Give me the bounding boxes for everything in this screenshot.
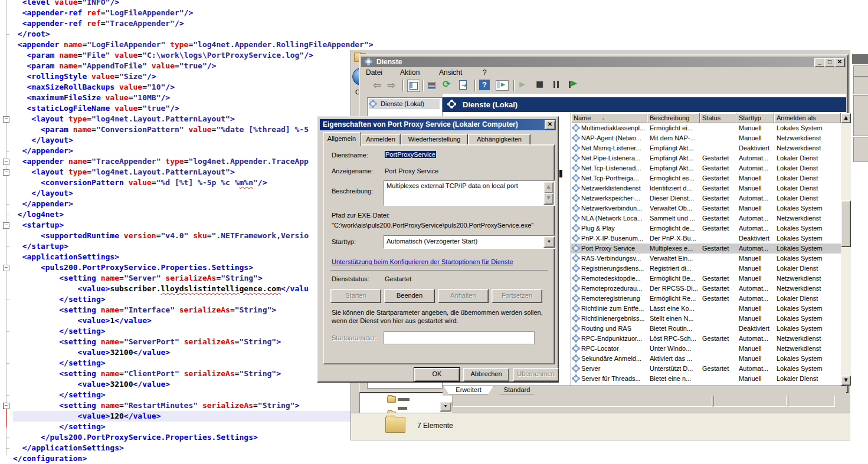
dienstname-value[interactable]: PortProxyService (385, 151, 436, 158)
pause-service-icon[interactable] (553, 81, 559, 88)
fold-box-icon[interactable]: − (3, 265, 9, 271)
starttyp-label: Starttyp: (332, 238, 356, 245)
fold-box-icon[interactable]: − (3, 116, 9, 123)
start-service-icon[interactable]: ▶ (519, 80, 525, 88)
tab-standard[interactable]: Standard (494, 386, 539, 394)
starten-button[interactable]: Starten (330, 289, 381, 303)
service-row[interactable]: Remoteprozedurau...Der RPCSS-Di...Gestar… (571, 284, 841, 294)
service-row[interactable]: Multimediaklassenpl...Ermöglicht ei...Ma… (571, 123, 841, 133)
back-icon[interactable]: ⇦ (373, 79, 381, 91)
cell-desc: Registriert di... (650, 265, 699, 272)
cell-login: Lokaler Dienst (777, 375, 840, 382)
cell-start: Manuell (739, 345, 774, 352)
scroll-up-button[interactable]: ▲ (841, 113, 851, 123)
button-label: Beenden (397, 292, 422, 299)
scroll-down-button[interactable]: ▼ (841, 376, 851, 386)
tab-label: Erweitert (456, 386, 481, 393)
service-row[interactable]: NLA (Network Loca...Sammelt und ...Gesta… (571, 213, 841, 223)
service-row[interactable]: ServerUnterstützt D...GestartetAutomat..… (571, 364, 841, 374)
tab-anmelden[interactable]: Anmelden (361, 134, 401, 146)
fold-box-icon[interactable]: − (3, 169, 9, 176)
properties-icon[interactable]: ▤ (427, 79, 436, 90)
scroll-thumb[interactable] (841, 200, 851, 247)
startparameter-input[interactable] (384, 331, 535, 344)
beschreibung-scroll-down[interactable]: ▼ (543, 193, 553, 205)
tab-wiederherstellung[interactable]: Wiederherstellung (401, 134, 468, 146)
service-row[interactable]: Net.Tcp-Portfreiga...Ermöglicht es...Ges… (571, 173, 841, 183)
column-header-name[interactable]: Name ▲ (571, 113, 647, 123)
anhalten-button[interactable]: Anhalten (438, 289, 489, 303)
column-header-anmelden-als[interactable]: Anmelden als (774, 113, 841, 123)
cell-start: Manuell (739, 175, 774, 182)
fold-tick (6, 246, 9, 247)
service-row[interactable]: Plug & PlayErmöglicht de...GestartetAuto… (571, 223, 841, 233)
fortsetzen-button[interactable]: Fortsetzen (492, 289, 542, 303)
cell-desc: Bietet Routin... (650, 325, 699, 332)
service-row[interactable]: Routing und RASBietet Routin...Deaktivie… (571, 324, 841, 334)
menu-item-aktion[interactable]: Aktion (400, 68, 420, 77)
cell-desc: Multiplexes e... (650, 245, 699, 252)
service-row[interactable]: PnP-X-IP-Busenum...Der PnP-X-Bu...Deakti… (571, 233, 841, 243)
beenden-button[interactable]: Beenden (384, 289, 435, 303)
service-row[interactable]: RPC-LocatorUnter Windo...ManuellNetzwerk… (571, 344, 841, 354)
minimize-button[interactable]: _ (814, 58, 825, 67)
column-header-starttyp[interactable]: Starttyp (736, 113, 774, 123)
services-titlebar[interactable]: Dienste _ □ ✕ (361, 57, 846, 67)
service-row[interactable]: Richtlinie zum Entfe...Lässt eine Ko...M… (571, 304, 841, 314)
beschreibung-textbox[interactable]: Multiplexes external TCP/IP data on loca… (384, 180, 555, 206)
show-hide-tree-icon[interactable]: ▶ (496, 80, 509, 91)
service-row[interactable]: RAS-Verbindungsv...Verwaltet Ein...Manue… (571, 254, 841, 264)
service-row[interactable]: Registrierungsdiens...Registriert di...M… (571, 264, 841, 274)
menu-item-ansicht[interactable]: Ansicht (439, 68, 462, 77)
fold-box-icon[interactable]: − (3, 159, 9, 165)
service-row[interactable]: RemoteregistrierungErmöglicht Re...Gesta… (571, 294, 841, 304)
starttyp-combobox[interactable]: Automatisch (Verzögerter Start) ▼ (384, 235, 555, 249)
explorer-dropdown-button[interactable]: ▼ (440, 402, 451, 412)
show-console-window-icon[interactable] (407, 80, 420, 92)
restart-service-icon[interactable]: ▶ (569, 80, 578, 88)
beschreibung-scroll-up[interactable]: ▲ (543, 182, 553, 193)
close-button[interactable]: ✕ (834, 58, 845, 67)
menu-item-datei[interactable]: Datei (366, 68, 382, 77)
dienststatus-label: Dienststatus: (332, 275, 369, 282)
column-header-status[interactable]: Status (700, 113, 736, 123)
service-row[interactable]: Netzwerkverbindun...Verwaltet Ob...Gesta… (571, 203, 841, 213)
export-list-icon[interactable]: ➔ (458, 80, 470, 91)
dialog-close-button[interactable]: ✕ (545, 120, 555, 130)
services-menubar: DateiAktionAnsicht? (361, 67, 846, 78)
ok-button[interactable]: OK (414, 368, 460, 381)
service-row[interactable]: Richtlinienergebniss...Stellt einen N...… (571, 314, 841, 324)
tab-erweitert[interactable]: Erweitert (444, 386, 493, 394)
service-row[interactable]: Port Proxy ServiceMultiplexes e...Gestar… (571, 243, 841, 254)
service-row[interactable]: NAP-Agent (Netwo...Mit dem NAP-...Manuel… (571, 133, 841, 143)
help-icon[interactable]: ? (479, 80, 490, 90)
service-row[interactable]: NetzwerklistendienstIdentifiziert d...Ge… (571, 183, 841, 193)
service-row[interactable]: Remotedesktopdie...Ermöglicht Be...Gesta… (571, 274, 841, 284)
service-row[interactable]: Net.Tcp-Listenerad...Empfängt Akt...Gest… (571, 163, 841, 173)
starttyp-dropdown-button[interactable]: ▼ (543, 236, 555, 248)
maximize-button[interactable]: □ (824, 58, 835, 67)
tab-abhaengigkeiten[interactable]: Abhängigkeiten (468, 134, 530, 146)
service-row[interactable]: Net.Pipe-Listenera...Empfängt Akt...Gest… (571, 153, 841, 163)
service-row[interactable]: Server für Threads...Bietet eine n...Man… (571, 374, 841, 384)
services-scrollbar[interactable]: ▲ ▼ (841, 113, 851, 386)
uebernehmen-button[interactable]: Übernehmen (513, 368, 559, 381)
service-row[interactable]: Netzwerkspeicher-...Dieser Dienst...Gest… (571, 193, 841, 203)
pane-splitter-mark[interactable] (559, 170, 562, 177)
console-tree-item-dienste-lokal[interactable]: Dienste (Lokal) (369, 99, 440, 109)
menu-item-?[interactable]: ? (483, 68, 487, 77)
tab-label: Anmelden (366, 136, 395, 143)
startoptionen-link[interactable]: Unterstützung beim Konfigurieren der Sta… (332, 258, 513, 265)
abbrechen-button[interactable]: Abbrechen (463, 368, 509, 381)
service-row[interactable]: Net.Msmq-Listener...Empfängt Akt...Deakt… (571, 143, 841, 153)
service-row[interactable]: RPC-Endpunktzuor...Löst RPC-Sch...Gestar… (571, 334, 841, 344)
forward-icon[interactable]: ⇨ (387, 79, 395, 91)
column-header-beschreibung[interactable]: Beschreibung (647, 113, 700, 123)
service-row[interactable]: Sekundäre Anmeld...Aktiviert das ...Manu… (571, 354, 841, 364)
dialog-titlebar[interactable]: Eigenschaften von Port Proxy Service (Lo… (320, 119, 556, 130)
refresh-icon[interactable]: ⟳ (443, 78, 450, 90)
stop-service-icon[interactable]: ■ (536, 79, 543, 88)
fold-box-icon[interactable]: − (3, 222, 9, 229)
cell-name: RPC-Endpunktzuor... (581, 335, 646, 342)
tab-allgemein[interactable]: Allgemein (323, 132, 361, 146)
